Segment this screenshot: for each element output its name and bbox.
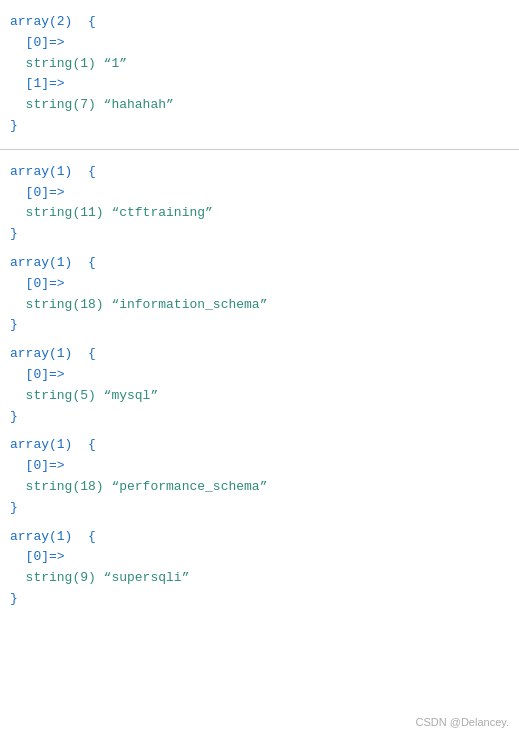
code-line: array(1) { [10,253,509,274]
code-line: } [10,116,509,137]
code-line: [0]=> [10,33,509,54]
code-block-6: array(1) { [0]=> string(9) “supersqli”} [0,523,519,614]
code-block-1: array(2) { [0]=> string(1) “1” [1]=> str… [0,8,519,141]
code-line: [1]=> [10,74,509,95]
code-line: } [10,224,509,245]
code-line: string(18) “performance_schema” [10,477,509,498]
code-line: } [10,589,509,610]
code-line: [0]=> [10,274,509,295]
code-line: string(18) “information_schema” [10,295,509,316]
code-line: [0]=> [10,183,509,204]
code-line: array(2) { [10,12,509,33]
code-line: array(1) { [10,435,509,456]
code-line: string(9) “supersqli” [10,568,509,589]
code-line: [0]=> [10,456,509,477]
divider [0,149,519,150]
code-line: array(1) { [10,162,509,183]
code-line: [0]=> [10,547,509,568]
code-block-3: array(1) { [0]=> string(18) “information… [0,249,519,340]
code-line: string(1) “1” [10,54,509,75]
code-line: } [10,315,509,336]
code-line: } [10,407,509,428]
code-line: [0]=> [10,365,509,386]
code-block-2: array(1) { [0]=> string(11) “ctftraining… [0,158,519,249]
code-line: array(1) { [10,344,509,365]
code-line: array(1) { [10,527,509,548]
code-line: string(5) “mysql” [10,386,509,407]
watermark: CSDN @Delancey. [416,716,510,728]
code-block-4: array(1) { [0]=> string(5) “mysql”} [0,340,519,431]
code-line: string(11) “ctftraining” [10,203,509,224]
code-line: string(7) “hahahah” [10,95,509,116]
code-block-5: array(1) { [0]=> string(18) “performance… [0,431,519,522]
code-line: } [10,498,509,519]
